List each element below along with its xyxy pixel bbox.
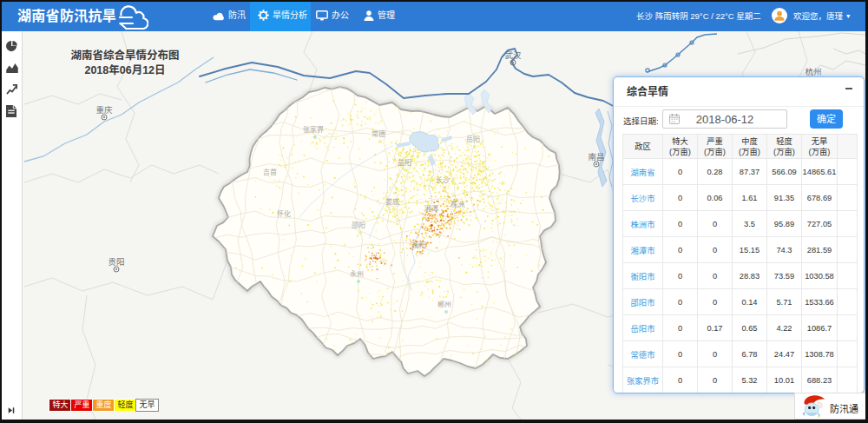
svg-text:郴州: 郴州 (437, 301, 451, 308)
svg-text:益阳: 益阳 (398, 158, 411, 167)
svg-text:永州: 永州 (350, 269, 364, 278)
svg-text:重庆: 重庆 (95, 105, 113, 115)
svg-text:湘潭: 湘潭 (424, 204, 438, 213)
svg-text:邵阳: 邵阳 (352, 221, 365, 229)
svg-text:张家界: 张家界 (303, 125, 324, 134)
svg-text:长沙: 长沙 (436, 175, 450, 184)
svg-text:娄底: 娄底 (385, 197, 399, 206)
svg-text:株洲: 株洲 (450, 200, 464, 208)
svg-text:武汉: 武汉 (504, 50, 522, 60)
svg-text:岳阳: 岳阳 (466, 135, 480, 143)
svg-text:吉首: 吉首 (263, 168, 277, 176)
svg-text:常德: 常德 (372, 129, 385, 138)
svg-text:南昌: 南昌 (588, 152, 604, 162)
svg-text:杭州: 杭州 (805, 67, 821, 76)
svg-text:贵阳: 贵阳 (108, 257, 124, 267)
svg-text:衡阳: 衡阳 (412, 241, 426, 249)
svg-text:怀化: 怀化 (277, 209, 291, 218)
